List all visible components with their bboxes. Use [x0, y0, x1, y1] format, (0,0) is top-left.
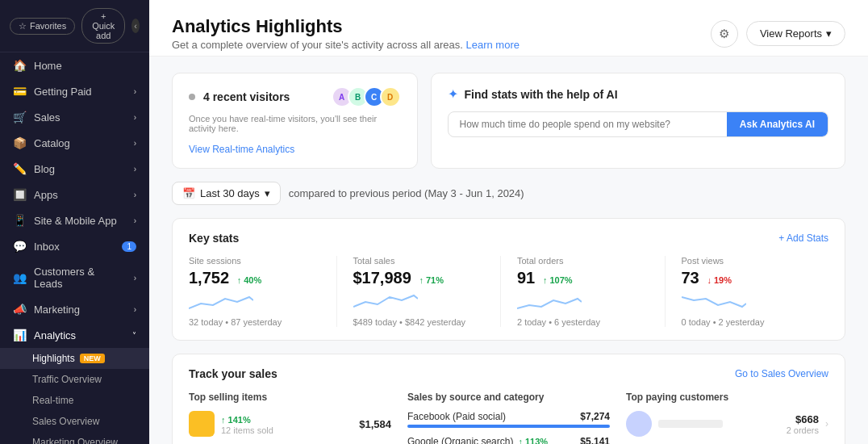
date-range-selector[interactable]: 📅 Last 30 days ▾ — [172, 182, 281, 205]
ai-card: ✦ Find stats with the help of AI Ask Ana… — [431, 73, 846, 169]
sidebar-collapse-button[interactable]: ‹ — [131, 19, 140, 33]
sidebar-sub-marketing[interactable]: Marketing Overview — [0, 432, 149, 444]
visitors-dot — [189, 94, 195, 100]
track-item: ↑ 141% 12 items sold $1,584 — [189, 411, 391, 437]
page-title: Analytics Highlights — [172, 16, 520, 37]
source-value: $5,141 — [580, 436, 610, 444]
blog-icon: ✏️ — [13, 162, 26, 175]
source-pct: ↑ 113% — [518, 437, 548, 444]
sidebar-item-label: Customers & Leads — [34, 266, 126, 290]
ask-ai-label: Ask Analytics AI — [740, 119, 815, 130]
ask-ai-button[interactable]: Ask Analytics AI — [727, 112, 828, 136]
sidebar-item-catalog[interactable]: 📦 Catalog › — [0, 130, 149, 156]
sidebar-item-inbox[interactable]: 💬 Inbox 1 — [0, 233, 149, 259]
track-sales-title: Track your sales — [189, 367, 278, 380]
sub-item-label: Traffic Overview — [32, 374, 102, 385]
analytics-icon: 📊 — [13, 329, 26, 341]
visitors-header: 4 recent visitors A B C D — [189, 86, 401, 107]
stat-total-sales: Total sales $17,989 ↑ 71% $489 today • $… — [353, 256, 502, 327]
chevron-down-icon: ˅ — [132, 331, 136, 340]
sparkline-chart — [189, 292, 253, 312]
sidebar-sub-highlights[interactable]: Highlights NEW — [0, 348, 149, 369]
stat-value: 73 — [682, 269, 699, 287]
source-item: Google (Organic search) ↑ 113% $5,141 — [407, 436, 610, 444]
dropdown-chevron-icon: ▾ — [826, 27, 832, 40]
sidebar-item-label: Site & Mobile App — [34, 215, 117, 227]
source-row: Google (Organic search) ↑ 113% $5,141 — [407, 436, 610, 444]
apps-icon: 🔲 — [13, 188, 26, 201]
item-price: $1,584 — [359, 418, 391, 430]
stat-value: 91 — [517, 269, 535, 287]
new-badge: NEW — [80, 354, 105, 363]
sidebar-sub-sales[interactable]: Sales Overview — [0, 411, 149, 432]
sidebar: ☆ Favorites + Quick add ‹ 🏠 Home 💳 Getti… — [0, 0, 149, 444]
source-row: Facebook (Paid social) $7,274 — [407, 411, 610, 422]
ai-search-input[interactable] — [449, 112, 727, 136]
chevron-down-icon: ▾ — [265, 187, 270, 199]
sidebar-item-label: Sales — [34, 111, 61, 124]
sales-by-source-col: Sales by source and category Facebook (P… — [407, 392, 610, 444]
marketing-icon: 📣 — [13, 303, 26, 316]
sub-item-label: Sales Overview — [32, 416, 99, 427]
inbox-badge: 1 — [122, 241, 136, 252]
sparkline-chart — [517, 292, 582, 312]
by-source-title: Sales by source and category — [407, 392, 610, 403]
sidebar-item-label: Catalog — [34, 137, 70, 149]
track-sales-header: Track your sales Go to Sales Overview — [189, 367, 828, 380]
sidebar-item-getting-paid[interactable]: 💳 Getting Paid › — [0, 78, 149, 104]
sidebar-item-apps[interactable]: 🔲 Apps › — [0, 182, 149, 207]
top-customers-col: Top paying customers $668 2 orders › — [626, 392, 828, 444]
sidebar-item-home[interactable]: 🏠 Home — [0, 52, 149, 78]
stat-label: Post views — [682, 256, 813, 266]
customer-name-blur — [658, 420, 723, 428]
key-stats-card: Key stats + Add Stats Site sessions 1,75… — [172, 218, 845, 341]
page-header: Analytics Highlights Get a complete over… — [149, 0, 868, 57]
customers-icon: 👥 — [13, 271, 26, 284]
sparkline-chart — [682, 292, 746, 312]
sidebar-item-label: Home — [34, 60, 62, 72]
compare-period-text: compared to previous period (May 3 - Jun… — [289, 187, 524, 199]
gear-icon: ⚙ — [719, 27, 729, 41]
date-range-label: Last 30 days — [200, 187, 260, 199]
quick-add-button[interactable]: + Quick add — [81, 8, 125, 44]
sidebar-sub-traffic[interactable]: Traffic Overview — [0, 369, 149, 390]
inbox-icon: 💬 — [13, 240, 26, 253]
sidebar-item-sales[interactable]: 🛒 Sales › — [0, 104, 149, 130]
add-stats-button[interactable]: + Add Stats — [778, 232, 828, 244]
settings-button[interactable]: ⚙ — [711, 20, 738, 48]
chevron-icon: › — [134, 216, 136, 225]
ai-search-bar: Ask Analytics AI — [448, 111, 829, 137]
visitors-title: 4 recent visitors — [203, 90, 290, 103]
view-realtime-link[interactable]: View Real-time Analytics — [189, 144, 294, 155]
stat-change: ↑ 71% — [419, 275, 444, 285]
catalog-icon: 📦 — [13, 136, 26, 149]
sidebar-item-marketing[interactable]: 📣 Marketing › — [0, 296, 149, 322]
stat-sub: 2 today • 6 yesterday — [517, 317, 649, 327]
main-body: 4 recent visitors A B C D Once you have … — [149, 57, 868, 444]
sidebar-item-blog[interactable]: ✏️ Blog › — [0, 156, 149, 182]
sidebar-item-analytics[interactable]: 📊 Analytics ˅ — [0, 322, 149, 348]
key-stats-header: Key stats + Add Stats — [189, 232, 828, 245]
stat-label: Site sessions — [189, 256, 320, 266]
cart-icon: 🛒 — [13, 111, 26, 124]
stat-sub: 32 today • 87 yesterday — [189, 317, 320, 327]
stat-value-row: 1,752 ↑ 40% — [189, 269, 320, 287]
sidebar-item-site-mobile[interactable]: 📱 Site & Mobile App › — [0, 207, 149, 233]
calendar-icon: 📅 — [182, 187, 195, 199]
customer-info — [658, 420, 780, 428]
go-to-sales-link[interactable]: Go to Sales Overview — [735, 368, 828, 379]
sidebar-item-label: Analytics — [34, 329, 76, 341]
stat-value-row: 91 ↑ 107% — [517, 269, 649, 287]
sidebar-sub-realtime[interactable]: Real-time — [0, 390, 149, 411]
mobile-icon: 📱 — [13, 214, 26, 227]
product-thumbnail — [189, 411, 215, 437]
favorites-button[interactable]: ☆ Favorites — [10, 18, 75, 35]
chevron-right-icon: › — [825, 418, 828, 429]
sidebar-item-customers-leads[interactable]: 👥 Customers & Leads › — [0, 259, 149, 296]
learn-more-link[interactable]: Learn more — [465, 39, 519, 51]
title-area: Analytics Highlights Get a complete over… — [172, 16, 520, 51]
stats-row: Site sessions 1,752 ↑ 40% 32 today • 87 … — [189, 256, 828, 327]
customer-avatar — [626, 411, 652, 437]
view-reports-button[interactable]: View Reports ▾ — [746, 21, 845, 46]
date-filter-row: 📅 Last 30 days ▾ compared to previous pe… — [172, 182, 845, 205]
